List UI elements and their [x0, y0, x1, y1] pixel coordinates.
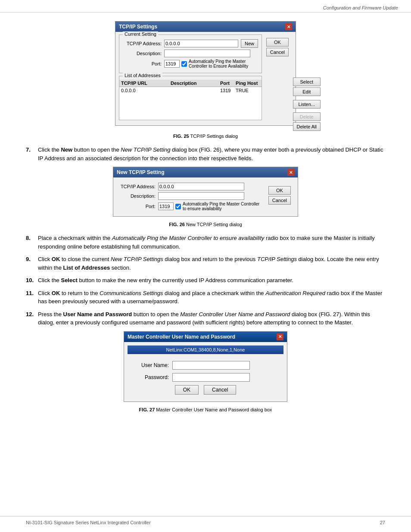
- current-setting-label: Current Setting: [123, 31, 158, 37]
- fig26-container: New TCP/IP Setting ✕ TCP/IP Address: Des…: [26, 167, 385, 234]
- step10: 10. Click the Select button to make the …: [26, 276, 385, 285]
- fig26-label: FIG. 26 New TCP/IP Setting dialog: [169, 222, 242, 227]
- delete-btn[interactable]: Delete: [293, 112, 321, 121]
- new-tcpip-body: TCP/IP Address: Description: Port: Autom…: [113, 177, 298, 216]
- new-ping-label[interactable]: Automatically Ping the Master Controller…: [175, 202, 264, 211]
- tcp-ip-row: TCP/IP Address: New: [123, 39, 258, 48]
- description-row: Description:: [123, 50, 258, 57]
- header-title: Configuration and Firmware Update: [323, 5, 398, 10]
- tcp-ip-label: TCP/IP Address:: [123, 41, 162, 46]
- tcpip-right-btns: OK Cancel: [266, 38, 289, 56]
- new-tcpip-title: New TCP/IP Setting: [117, 169, 164, 175]
- listen-btn[interactable]: Listen...: [293, 100, 321, 109]
- new-ok-btn[interactable]: OK: [268, 186, 291, 195]
- password-input[interactable]: [172, 373, 250, 382]
- new-desc-row: Description:: [117, 192, 264, 200]
- port-label: Port:: [123, 61, 162, 66]
- new-btn[interactable]: New: [241, 39, 258, 48]
- new-tcpip-right-btns: OK Cancel: [268, 186, 291, 205]
- new-port-row: Port: Automatically Ping the Master Cont…: [117, 202, 264, 211]
- current-setting-section: Current Setting TCP/IP Address: New Desc…: [119, 34, 262, 73]
- master-close[interactable]: ✕: [277, 333, 283, 340]
- fig25-label: FIG. 25 TCP/IP Settings dialog: [173, 134, 238, 139]
- ping-checkbox-label[interactable]: Automatically Ping the Master Controller…: [181, 59, 258, 68]
- list-row: 0.0.0.0 1319 TRUE: [119, 87, 262, 94]
- new-tcp-ip-label: TCP/IP Address:: [117, 184, 156, 189]
- step7: 7. Click the New button to open the New …: [26, 146, 385, 162]
- new-port-input[interactable]: [158, 202, 174, 210]
- step7-text: Click the New button to open the New TCP…: [38, 146, 385, 162]
- ok-btn[interactable]: OK: [266, 38, 289, 47]
- master-form: User Name: Password: OK Cancel: [128, 359, 283, 398]
- delete-all-btn[interactable]: Delete All: [293, 122, 321, 131]
- cancel-btn[interactable]: Cancel: [266, 48, 289, 56]
- master-cancel-btn[interactable]: Cancel: [204, 385, 236, 395]
- fig27-container: Master Controller User Name and Password…: [26, 331, 385, 419]
- password-label: Password:: [134, 374, 169, 380]
- new-tcpip-dialog: New TCP/IP Setting ✕ TCP/IP Address: Des…: [113, 167, 298, 217]
- page-header: Configuration and Firmware Update: [0, 0, 411, 12]
- col-port: Port: [220, 81, 236, 86]
- edit-btn[interactable]: Edit: [293, 87, 321, 96]
- tcpip-close-btn[interactable]: ✕: [285, 23, 292, 30]
- user-name-row: User Name:: [134, 361, 277, 370]
- col-ping: Ping Host: [236, 81, 260, 86]
- col-url: TCP/IP URL: [121, 81, 171, 86]
- list-header: TCP/IP URL Description Port Ping Host: [119, 80, 262, 87]
- master-title: Master Controller User Name and Password: [128, 334, 235, 340]
- col-desc: Description: [171, 81, 220, 86]
- select-btn[interactable]: Select: [293, 78, 321, 86]
- master-body: NetLinx:COM1,38400,8,None,1,None User Na…: [124, 342, 287, 401]
- new-tcp-ip-row: TCP/IP Address:: [117, 183, 264, 190]
- user-name-label: User Name:: [134, 362, 169, 368]
- tcp-ip-input[interactable]: [164, 40, 238, 47]
- ping-checkbox[interactable]: [181, 61, 187, 67]
- tcpip-title: TCP/IP Settings: [119, 24, 157, 30]
- master-btns: OK Cancel: [134, 385, 277, 395]
- new-tcp-ip-input[interactable]: [158, 183, 244, 190]
- row-port: 1319: [220, 88, 236, 93]
- fig27-label: FIG. 27 Master Controller User Name and …: [139, 407, 272, 412]
- list-side-btns: Select Edit Listen... Delete Delete All: [291, 76, 322, 133]
- list-of-addresses-section: List of Addresses TCP/IP URL Description…: [119, 76, 262, 120]
- tcpip-outer: TCP/IP Settings ✕ Current Setting TCP/IP…: [100, 21, 311, 128]
- description-input[interactable]: [164, 50, 250, 57]
- port-input[interactable]: [164, 60, 180, 68]
- step9: 9. Click OK to close the current New TCP…: [26, 255, 385, 272]
- tcpip-body: Current Setting TCP/IP Address: New Desc…: [115, 32, 296, 125]
- page-content: TCP/IP Settings ✕ Current Setting TCP/IP…: [0, 12, 411, 436]
- row-url: 0.0.0.0: [121, 88, 171, 93]
- list-empty-rows: [119, 94, 262, 120]
- step10-text: Click the Select button to make the new …: [38, 276, 385, 285]
- master-connection-bar: NetLinx:COM1,38400,8,None,1,None: [128, 345, 283, 354]
- step11-text: Click OK to return to the Communications…: [38, 289, 385, 306]
- tcpip-titlebar: TCP/IP Settings ✕: [115, 22, 296, 32]
- row-ping: TRUE: [236, 88, 260, 93]
- step9-text: Click OK to close the current New TCP/IP…: [38, 255, 385, 272]
- step8-text: Place a checkmark within the Automatical…: [38, 234, 385, 251]
- master-ok-btn[interactable]: OK: [175, 385, 199, 395]
- password-row: Password:: [134, 373, 277, 382]
- list-section-label: List of Addresses: [123, 73, 162, 78]
- user-name-input[interactable]: [172, 361, 250, 370]
- step8: 8. Place a checkmark within the Automati…: [26, 234, 385, 251]
- new-desc-label: Description:: [117, 193, 156, 199]
- new-desc-input[interactable]: [158, 192, 244, 200]
- new-tcpip-close[interactable]: ✕: [287, 169, 294, 176]
- step12-text: Press the User Name and Password button …: [38, 310, 385, 327]
- footer-right: 27: [380, 520, 385, 525]
- new-ping-checkbox[interactable]: [175, 204, 181, 209]
- port-row: Port: Automatically Ping the Master Cont…: [123, 59, 258, 68]
- tcpip-dialog: TCP/IP Settings ✕ Current Setting TCP/IP…: [115, 21, 296, 126]
- new-cancel-btn[interactable]: Cancel: [268, 196, 291, 205]
- step12: 12. Press the User Name and Password but…: [26, 310, 385, 327]
- footer-left: NI-3101-SIG Signature Series NetLinx Int…: [26, 520, 151, 525]
- row-desc: [171, 88, 220, 93]
- page-footer: NI-3101-SIG Signature Series NetLinx Int…: [0, 516, 411, 525]
- fig25-container: TCP/IP Settings ✕ Current Setting TCP/IP…: [26, 21, 385, 146]
- new-port-label: Port:: [117, 204, 156, 209]
- step11: 11. Click OK to return to the Communicat…: [26, 289, 385, 306]
- master-titlebar: Master Controller User Name and Password…: [124, 332, 287, 342]
- description-label: Description:: [123, 51, 162, 56]
- master-dialog: Master Controller User Name and Password…: [124, 331, 287, 402]
